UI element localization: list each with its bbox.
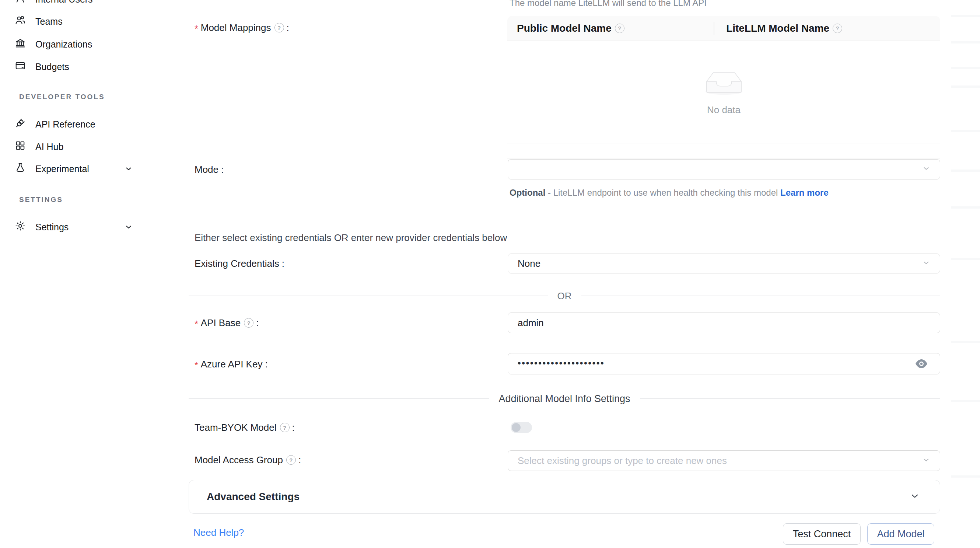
azure-api-key-label: * Azure API Key :	[194, 354, 268, 374]
grid-icon	[15, 140, 26, 153]
team-byok-toggle[interactable]	[511, 422, 532, 433]
sidebar-item-label: Internal Users	[35, 0, 93, 5]
sidebar-item-api-reference[interactable]: API Reference	[15, 114, 95, 134]
add-model-form: The model name LiteLLM will send to the …	[179, 0, 948, 548]
mode-label: Mode :	[194, 159, 224, 180]
learn-more-link[interactable]: Learn more	[780, 188, 829, 198]
teams-icon	[15, 15, 26, 28]
chevron-down-icon	[922, 455, 930, 467]
table-header: Public Model Name ? LiteLLM Model Name ?	[508, 16, 940, 41]
mode-select[interactable]	[508, 159, 940, 180]
column-litellm-model-name: LiteLLM Model Name ?	[717, 22, 940, 34]
masked-api-key: •••••••••••••••••••••	[518, 358, 605, 368]
model-mappings-table: Public Model Name ? LiteLLM Model Name ?	[508, 16, 940, 158]
help-circle-icon[interactable]: ?	[286, 455, 296, 465]
sidebar-item-budgets[interactable]: Budgets	[15, 56, 69, 77]
add-model-page: Internal Users Teams Organizations Budge…	[0, 0, 980, 548]
advanced-settings-panel[interactable]: Advanced Settings	[189, 480, 940, 514]
help-circle-icon[interactable]: ?	[280, 423, 290, 432]
help-circle-icon[interactable]: ?	[615, 24, 624, 33]
sidebar-item-ai-hub[interactable]: AI Hub	[15, 136, 64, 157]
sidebar-item-label: Settings	[35, 222, 68, 233]
toggle-knob	[512, 423, 520, 432]
chevron-down-icon[interactable]	[123, 158, 135, 179]
bank-icon	[15, 38, 26, 51]
team-byok-label: Team-BYOK Model ? :	[194, 417, 295, 437]
required-asterisk: *	[194, 24, 198, 34]
required-asterisk: *	[194, 360, 198, 371]
api-base-input[interactable]: admin	[508, 312, 940, 333]
user-icon	[15, 0, 26, 6]
model-access-group-select[interactable]: Select existing groups or type to create…	[508, 450, 940, 471]
select-placeholder: Select existing groups or type to create…	[518, 455, 727, 467]
api-base-value: admin	[518, 317, 544, 329]
existing-credentials-label: Existing Credentials :	[194, 253, 285, 274]
column-public-model-name: Public Model Name ?	[508, 22, 717, 34]
credentials-note: Either select existing credentials OR en…	[194, 232, 507, 244]
model-mappings-label: * Model Mappings ? :	[194, 19, 289, 36]
selected-value: None	[518, 258, 541, 269]
sidebar-item-teams[interactable]: Teams	[15, 11, 63, 32]
table-empty-state: No data	[508, 41, 940, 143]
sidebar-item-label: Teams	[35, 16, 63, 27]
help-circle-icon[interactable]: ?	[833, 24, 842, 33]
existing-credentials-select[interactable]: None	[508, 253, 940, 274]
table-footer	[508, 143, 940, 158]
or-divider: OR	[189, 291, 940, 301]
azure-api-key-input[interactable]: •••••••••••••••••••••	[508, 353, 940, 374]
gear-icon	[15, 220, 26, 234]
add-model-button[interactable]: Add Model	[867, 523, 934, 545]
empty-inbox-icon	[704, 68, 744, 99]
sidebar-item-label: AI Hub	[35, 142, 64, 152]
sidebar-section-developer-tools: DEVELOPER TOOLS	[19, 92, 105, 101]
test-connect-button[interactable]: Test Connect	[783, 523, 861, 545]
sidebar-item-organizations[interactable]: Organizations	[15, 34, 92, 54]
chevron-down-icon[interactable]	[123, 217, 135, 237]
flask-icon	[15, 162, 26, 175]
chevron-down-icon	[922, 258, 930, 269]
sidebar-item-label: API Reference	[35, 119, 95, 130]
column-divider	[714, 22, 714, 35]
required-asterisk: *	[194, 319, 198, 330]
advanced-settings-title: Advanced Settings	[207, 491, 299, 503]
credit-card-icon	[15, 60, 26, 73]
sidebar-item-label: Experimental	[35, 164, 89, 174]
model-access-group-label: Model Access Group ? :	[194, 450, 301, 470]
sidebar-item-experimental[interactable]: Experimental	[15, 158, 89, 179]
need-help-link[interactable]: Need Help?	[193, 527, 244, 538]
sidebar-item-settings[interactable]: Settings	[15, 217, 68, 237]
additional-info-title: Additional Model Info Settings	[489, 393, 640, 405]
help-circle-icon[interactable]: ?	[244, 318, 253, 328]
sidebar: Internal Users Teams Organizations Budge…	[0, 0, 179, 548]
chevron-down-icon	[910, 491, 920, 503]
no-data-text: No data	[707, 104, 741, 116]
mode-help-text: Optional - LiteLLM endpoint to use when …	[509, 185, 834, 200]
sidebar-item-internal-users[interactable]: Internal Users	[15, 0, 93, 10]
sidebar-item-label: Budgets	[35, 62, 69, 72]
additional-info-divider: Additional Model Info Settings	[189, 393, 940, 404]
litellm-model-note: The model name LiteLLM will send to the …	[509, 0, 706, 8]
plug-icon	[15, 118, 26, 131]
api-base-label: * API Base ? :	[194, 313, 259, 333]
chevron-down-icon	[922, 164, 930, 175]
background-panel-strip	[948, 0, 980, 548]
help-circle-icon[interactable]: ?	[274, 23, 284, 32]
eye-icon[interactable]	[914, 358, 929, 370]
or-text: OR	[548, 290, 581, 302]
sidebar-item-label: Organizations	[35, 39, 92, 50]
sidebar-section-settings: SETTINGS	[19, 195, 63, 204]
